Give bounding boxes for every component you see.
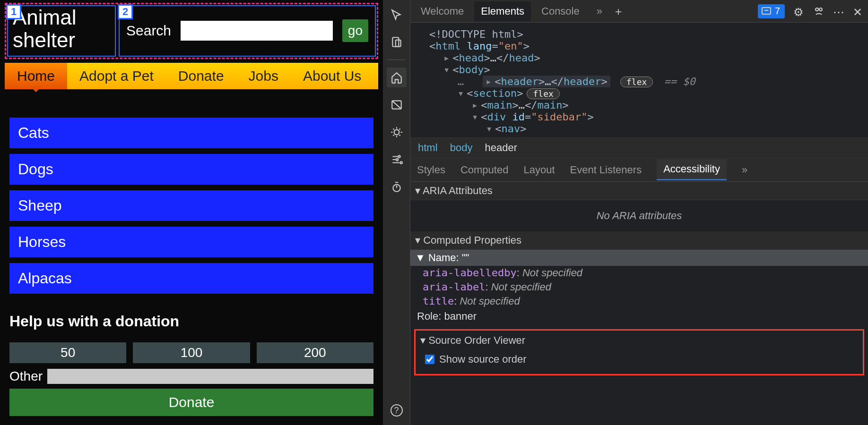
a11y-prop: title: Not specified	[410, 294, 868, 308]
a11y-prop: aria-label: Not specified	[410, 280, 868, 294]
tab-elements[interactable]: Elements	[474, 1, 531, 21]
svg-point-5	[396, 159, 398, 161]
donation-amount-button[interactable]: 200	[257, 342, 373, 363]
show-source-order-checkbox[interactable]: Show source order	[416, 350, 863, 368]
donation-amount-button[interactable]: 100	[133, 342, 250, 363]
dom-tree[interactable]: <!DOCTYPE html> <html lang="en"> ▸<head>…	[410, 23, 868, 137]
list-item[interactable]: Horses	[9, 227, 373, 257]
nav-item-about[interactable]: About Us	[291, 63, 373, 89]
page-header-highlight: 1 Animal shelter 2 Search go	[5, 3, 378, 59]
device-icon[interactable]	[387, 32, 407, 52]
subtab-styles[interactable]: Styles	[417, 164, 445, 176]
timer-icon[interactable]	[387, 177, 407, 197]
add-tab-icon[interactable]: ＋	[613, 4, 624, 19]
list-item[interactable]: Cats	[9, 118, 373, 148]
source-order-viewer-highlight: ▾ Source Order Viewer Show source order	[414, 329, 864, 375]
gear-icon[interactable]: ⚙	[793, 6, 805, 17]
feedback-icon[interactable]	[813, 6, 825, 17]
computed-properties-section[interactable]: ▾ Computed Properties	[410, 231, 868, 250]
accessibility-panel: ▾ ARIA Attributes No ARIA attributes ▾ C…	[410, 182, 868, 425]
inspect-icon[interactable]	[387, 5, 407, 25]
source-order-badge: 2	[118, 4, 133, 19]
svg-point-6	[400, 162, 402, 163]
donate-button[interactable]: Donate	[9, 389, 373, 416]
subtab-layout[interactable]: Layout	[523, 164, 555, 176]
more-tabs-button[interactable]: »	[590, 1, 609, 21]
issues-badge[interactable]: 7	[758, 4, 785, 18]
search-label: Search	[126, 23, 171, 39]
aria-attributes-section[interactable]: ▾ ARIA Attributes	[410, 182, 868, 200]
issues-count: 7	[775, 6, 780, 17]
source-order-region-2: 2 Search go	[119, 5, 376, 57]
donation-other-label: Other	[9, 369, 43, 384]
more-icon[interactable]: ⋯	[833, 6, 844, 17]
main-nav: Home Adopt a Pet Donate Jobs About Us	[5, 63, 378, 89]
subtab-accessibility[interactable]: Accessibility	[657, 159, 727, 180]
animal-list: Cats Dogs Sheep Horses Alpacas	[9, 118, 373, 294]
list-item[interactable]: Sheep	[9, 190, 373, 221]
home-icon[interactable]	[387, 68, 407, 87]
subtab-event-listeners[interactable]: Event Listeners	[570, 164, 642, 176]
show-source-order-input[interactable]	[425, 355, 434, 364]
devtools-tabs: Welcome Elements Console » ＋ 7 ⚙ ⋯ ✕	[410, 0, 868, 23]
svg-point-10	[819, 8, 822, 11]
nav-item-home[interactable]: Home	[5, 63, 67, 89]
devtools: ? Welcome Elements Console » ＋ 7 ⚙ ⋯ ✕ <…	[383, 0, 868, 425]
source-order-region-1: 1 Animal shelter	[7, 5, 116, 57]
search-input[interactable]	[181, 21, 333, 41]
nav-item-donate[interactable]: Donate	[166, 63, 236, 89]
donation-other-row: Other	[9, 369, 373, 384]
devtools-main: Welcome Elements Console » ＋ 7 ⚙ ⋯ ✕ <!D…	[410, 0, 868, 425]
no-aria-text: No ARIA attributes	[410, 200, 868, 231]
flex-badge[interactable]: flex	[527, 88, 559, 99]
list-item[interactable]: Alpacas	[9, 263, 373, 294]
svg-point-9	[816, 8, 818, 11]
donation-other-input[interactable]	[47, 369, 373, 384]
svg-point-3	[394, 130, 399, 135]
search-go-button[interactable]: go	[342, 19, 368, 42]
subtab-computed[interactable]: Computed	[460, 164, 509, 176]
donation-title: Help us with a donation	[9, 313, 373, 330]
a11y-role: Role: banner	[410, 308, 868, 324]
a11y-prop: aria-labelledby: Not specified	[410, 266, 868, 280]
more-subtabs-button[interactable]: »	[742, 164, 747, 176]
donation-amount-button[interactable]: 50	[9, 342, 126, 363]
nav-item-adopt[interactable]: Adopt a Pet	[67, 63, 166, 89]
dom-selected-node[interactable]: ▸<header>…</header>	[483, 76, 610, 87]
tab-console[interactable]: Console	[535, 1, 586, 21]
devtools-subtabs: Styles Computed Layout Event Listeners A…	[410, 158, 868, 182]
list-item[interactable]: Dogs	[9, 154, 373, 185]
donation-section: Help us with a donation 50 100 200 Other…	[9, 313, 373, 416]
nav-item-jobs[interactable]: Jobs	[236, 63, 291, 89]
rail-separator	[387, 60, 406, 60]
source-order-badge: 1	[6, 4, 21, 19]
flex-badge[interactable]: flex	[620, 76, 653, 87]
dom-doctype: <!DOCTYPE html>	[429, 28, 523, 40]
help-icon[interactable]: ?	[391, 404, 403, 416]
site-title: Animal shelter	[8, 6, 115, 56]
bug-icon[interactable]	[387, 122, 407, 142]
dollar-zero: == $0	[664, 76, 695, 87]
breadcrumb[interactable]: html body header	[410, 137, 868, 158]
sliders-icon[interactable]	[387, 150, 407, 170]
source-order-viewer-section[interactable]: ▾ Source Order Viewer	[416, 331, 863, 350]
a11y-name-row[interactable]: ▼ Name: ""	[410, 250, 868, 266]
donation-amounts: 50 100 200	[9, 342, 373, 363]
close-icon[interactable]: ✕	[853, 6, 864, 17]
devtools-activity-rail: ?	[383, 0, 410, 425]
rendered-page: 1 Animal shelter 2 Search go Home Adopt …	[0, 0, 383, 425]
tab-welcome[interactable]: Welcome	[414, 1, 470, 21]
svg-point-4	[398, 155, 400, 157]
image-off-icon[interactable]	[387, 95, 407, 115]
